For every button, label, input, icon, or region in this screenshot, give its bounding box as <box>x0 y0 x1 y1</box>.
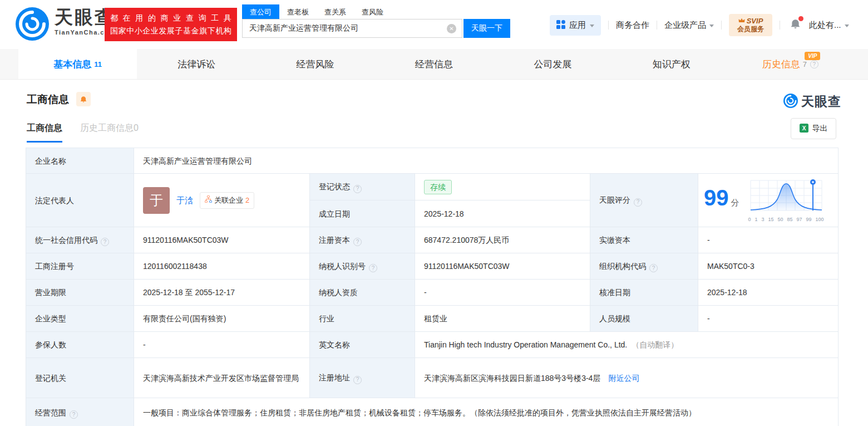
legal-rep-cell: 于 于浛 关联企业 2 <box>134 174 310 227</box>
company-name-value: 天津高新产业运营管理有限公司 <box>134 148 839 174</box>
tianyancha-logo[interactable]: 天眼查 TianYanCha.com <box>16 7 115 43</box>
help-icon[interactable] <box>353 238 362 246</box>
industry-value: 租赁业 <box>415 306 590 332</box>
subtabs: 工商信息 历史工商信息0 <box>27 123 139 143</box>
company-type-label: 企业类型 <box>26 306 134 332</box>
help-icon[interactable] <box>101 238 109 246</box>
taxpayer-id-label-cell: 纳税人识别号 <box>310 253 415 280</box>
search-tabs: 查公司 查老板 查关系 查风险 <box>242 4 510 19</box>
score-label-cell: 天眼评分 <box>590 174 698 227</box>
related-companies-badge[interactable]: 关联企业 2 <box>200 192 254 209</box>
vip-badge: VIP <box>805 52 820 60</box>
monitor-bell-button[interactable] <box>76 92 91 106</box>
tab-company-development[interactable]: 公司发展 <box>494 49 612 79</box>
section-title: 工商信息 <box>27 92 69 107</box>
reg-status-value-cell: 存续 <box>415 174 590 200</box>
svip-membership-button[interactable]: SVIP 会员服务 <box>729 14 772 36</box>
clear-search-icon[interactable] <box>447 24 456 33</box>
subtab-history-registration[interactable]: 历史工商信息0 <box>80 123 139 143</box>
help-icon[interactable] <box>810 60 818 68</box>
company-name-label: 企业名称 <box>26 148 134 174</box>
taxpayer-quality-value: - <box>415 280 590 306</box>
tianyancha-watermark: 天眼查 <box>783 93 841 110</box>
tab-intellectual-property[interactable]: 知识产权 <box>612 49 731 79</box>
business-term-label: 营业期限 <box>26 280 134 306</box>
export-button[interactable]: X 导出 <box>791 118 836 139</box>
org-chart-icon <box>205 194 212 207</box>
tab-label: 知识产权 <box>653 58 691 71</box>
score-chart-ticks: 0131550859799100 <box>748 217 824 222</box>
grid-icon <box>556 20 565 31</box>
notifications-bell[interactable] <box>790 18 801 32</box>
insured-num-value: - <box>134 332 310 358</box>
brand-slogan-banner: 都在用的商业查询工具 国家中小企业发展子基金旗下机构 <box>105 8 237 41</box>
score-label: 天眼评分 <box>599 195 630 204</box>
help-icon[interactable] <box>70 410 78 419</box>
related-companies-label: 关联企业 <box>214 194 243 207</box>
svip-subtitle: 会员服务 <box>737 25 764 33</box>
nearby-companies-link[interactable]: 附近公司 <box>608 374 639 383</box>
org-code-value: MAK50TC0-3 <box>698 253 839 280</box>
nav-enterprise-products[interactable]: 企业级产品 <box>664 20 714 31</box>
search-input[interactable] <box>243 24 438 33</box>
tab-business-info[interactable]: 经营信息 <box>374 49 493 79</box>
help-icon[interactable] <box>353 376 362 384</box>
top-header: 天眼查 TianYanCha.com 都在用的商业查询工具 国家中小企业发展子基… <box>0 0 868 49</box>
enterprise-label: 企业级产品 <box>664 20 706 31</box>
svip-title: SVIP <box>747 17 763 25</box>
tab-count: 7 <box>803 60 807 68</box>
reg-capital-value: 687472.210078万人民币 <box>415 227 590 253</box>
staff-size-value: - <box>698 306 839 332</box>
establish-date-value: 2025-12-18 <box>415 200 590 227</box>
reg-authority-value: 天津滨海高新技术产业开发区市场监督管理局 <box>134 358 310 398</box>
tab-basic-info[interactable]: 基本信息 11 <box>18 49 137 79</box>
tab-history-info[interactable]: 历史信息 7 VIP <box>731 49 850 79</box>
help-icon[interactable] <box>353 185 362 193</box>
help-icon[interactable] <box>634 198 642 207</box>
help-icon[interactable] <box>649 264 658 272</box>
table-row: 法定代表人 于 于浛 关联企业 <box>26 174 839 200</box>
search-tab-boss[interactable]: 查老板 <box>279 4 317 19</box>
user-menu[interactable]: 此处有... <box>809 20 849 31</box>
slogan-line1: 都在用的商业查询工具 <box>110 13 231 23</box>
industry-label: 行业 <box>310 306 415 332</box>
business-registration-table: 企业名称 天津高新产业运营管理有限公司 法定代表人 于 于浛 <box>26 148 839 426</box>
insured-num-label: 参保人数 <box>26 332 134 358</box>
table-row: 经营范围 一般项目：商业综合体管理服务；住房租赁；非居住房地产租赁；机械设备租赁… <box>26 398 839 426</box>
apps-label: 应用 <box>569 20 586 31</box>
reg-address-label-cell: 注册地址 <box>310 358 415 398</box>
slogan-line2: 国家中小企业发展子基金旗下机构 <box>110 26 231 36</box>
search-tab-company[interactable]: 查公司 <box>242 4 279 19</box>
reg-authority-label: 登记机关 <box>26 358 134 398</box>
crown-icon <box>738 17 745 25</box>
search-button[interactable]: 天眼一下 <box>463 19 510 38</box>
subtab-business-registration[interactable]: 工商信息 <box>27 123 62 143</box>
search-tab-relation[interactable]: 查关系 <box>317 4 354 19</box>
reg-capital-label-cell: 注册资本 <box>310 227 415 253</box>
user-label: 此处有... <box>809 20 841 31</box>
reg-number-label: 工商注册号 <box>26 253 134 280</box>
table-row: 营业期限 2025-12-18 至 2055-12-17 纳税人资质 - 核准日… <box>26 280 839 306</box>
legal-rep-name-link[interactable]: 于浛 <box>176 194 193 207</box>
search-tab-risk[interactable]: 查风险 <box>354 4 391 19</box>
tab-legal-proceedings[interactable]: 法律诉讼 <box>137 49 255 79</box>
nav-business-cooperation[interactable]: 商务合作 <box>616 20 649 31</box>
english-name-label: 英文名称 <box>310 332 415 358</box>
table-row: 统一社会信用代码 91120116MAK50TC03W 注册资本 687472.… <box>26 227 839 253</box>
auto-translate-note: （自动翻译） <box>632 340 678 349</box>
help-icon[interactable] <box>369 264 377 272</box>
tab-operational-risk[interactable]: 经营风险 <box>256 49 374 79</box>
apps-menu[interactable]: 应用 <box>550 15 601 36</box>
search-input-wrap <box>242 19 462 38</box>
tianyancha-watermark-icon <box>783 94 798 110</box>
notification-red-dot <box>798 16 803 21</box>
bell-icon <box>80 95 87 104</box>
staff-size-label: 人员规模 <box>590 306 698 332</box>
legal-rep-avatar[interactable]: 于 <box>143 187 170 214</box>
english-name-value: Tianjin High tech Industry Operation Man… <box>424 340 627 349</box>
score-value: 99分 <box>704 185 739 215</box>
score-distribution-chart: 0131550859799100 <box>748 178 824 222</box>
credit-code-value: 91120116MAK50TC03W <box>134 227 310 253</box>
tab-label: 经营信息 <box>415 58 453 71</box>
watermark-brand-name: 天眼查 <box>801 93 841 110</box>
